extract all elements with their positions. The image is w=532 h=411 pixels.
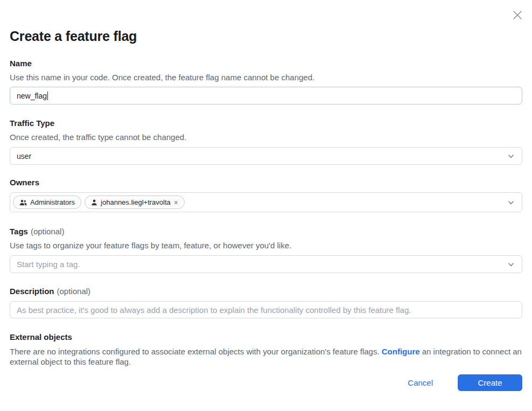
- cancel-button[interactable]: Cancel: [408, 378, 433, 387]
- description-input[interactable]: [10, 302, 522, 318]
- text-caret: [47, 92, 48, 100]
- traffic-type-label: Traffic Type: [10, 119, 54, 128]
- description-optional-label: (optional): [57, 287, 91, 296]
- tags-label: Tags: [10, 227, 28, 236]
- traffic-type-selected-value: user: [17, 152, 31, 161]
- person-icon: [91, 199, 97, 206]
- configure-link[interactable]: Configure: [382, 347, 420, 356]
- tags-helper-text: Use tags to organize your feature flags …: [10, 241, 522, 250]
- chevron-down-icon: [507, 152, 515, 160]
- traffic-type-helper-text: Once created, the traffic type cannot be…: [10, 133, 522, 142]
- chevron-down-icon: [507, 261, 515, 268]
- owners-section: Owners Administrators: [10, 178, 522, 212]
- external-objects-section: External objects There are no integratio…: [10, 332, 522, 367]
- owner-chip-administrators[interactable]: Administrators: [13, 196, 81, 209]
- page-title: Create a feature flag: [10, 0, 522, 44]
- name-input[interactable]: new_flag: [10, 87, 522, 105]
- external-objects-label: External objects: [10, 332, 72, 342]
- name-helper-text: Use this name in your code. Once created…: [10, 73, 522, 82]
- external-objects-text-before: There are no integrations configured to …: [10, 347, 382, 356]
- remove-owner-icon[interactable]: ×: [174, 199, 178, 206]
- owner-chip-label: Administrators: [30, 198, 75, 206]
- description-section: Description (optional): [10, 287, 522, 318]
- close-button[interactable]: [511, 9, 524, 22]
- owners-label: Owners: [10, 178, 39, 187]
- chevron-down-icon: [507, 199, 515, 206]
- owners-multiselect[interactable]: Administrators johannes.liegl+travolta ×: [10, 192, 522, 212]
- name-section: Name Use this name in your code. Once cr…: [10, 59, 522, 105]
- owner-chip-user[interactable]: johannes.liegl+travolta ×: [85, 196, 185, 209]
- description-label: Description: [10, 287, 54, 296]
- close-icon: [512, 9, 523, 21]
- owner-chip-label: johannes.liegl+travolta: [101, 198, 171, 206]
- modal-footer: Cancel Create: [408, 374, 522, 391]
- external-objects-text: There are no integrations configured to …: [10, 346, 522, 367]
- description-field-shell: [10, 301, 522, 318]
- tags-combobox: [10, 255, 522, 273]
- tags-section: Tags (optional) Use tags to organize you…: [10, 227, 522, 273]
- tags-optional-label: (optional): [31, 227, 65, 236]
- name-input-value: new_flag: [17, 92, 47, 100]
- create-feature-flag-modal: Create a feature flag Name Use this name…: [0, 0, 532, 367]
- traffic-type-section: Traffic Type Once created, the traffic t…: [10, 119, 522, 165]
- tags-input[interactable]: [10, 256, 502, 273]
- traffic-type-select[interactable]: user: [10, 147, 522, 165]
- create-button[interactable]: Create: [458, 374, 522, 391]
- group-icon: [19, 199, 27, 206]
- name-label: Name: [10, 59, 32, 68]
